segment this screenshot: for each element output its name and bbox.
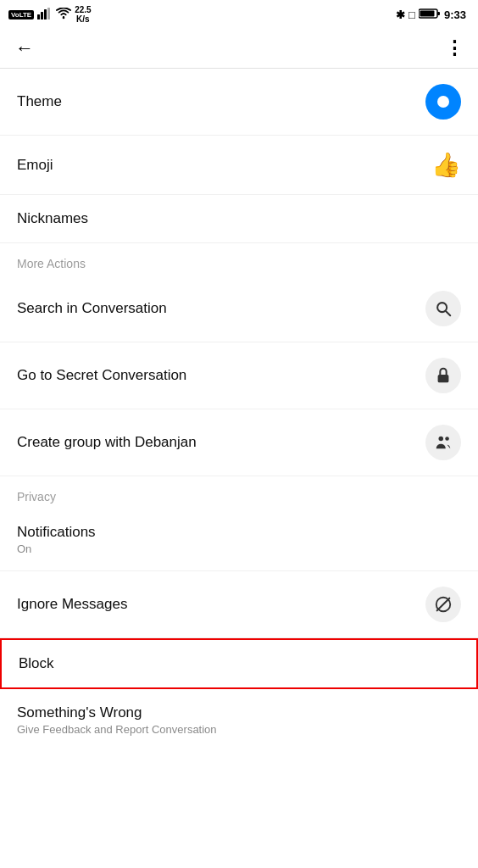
notifications-sub: On: [17, 542, 96, 555]
ignore-icon: [425, 587, 461, 622]
phone-icon: □: [409, 8, 415, 21]
volte-badge: VoLTE: [8, 10, 34, 19]
time-display: 9:33: [444, 8, 466, 21]
signal-icon: [37, 8, 53, 21]
emoji-item[interactable]: Emoji 👍: [0, 136, 478, 195]
speed-text: 22.5K/s: [75, 5, 91, 24]
more-actions-header: More Actions: [0, 243, 478, 275]
ignore-item[interactable]: Ignore Messages: [0, 571, 478, 638]
battery-icon: [419, 8, 441, 22]
status-right: ✱ □ 9:33: [396, 8, 466, 22]
notifications-label: Notifications: [17, 524, 96, 541]
svg-rect-3: [47, 8, 50, 19]
svg-point-12: [445, 437, 449, 441]
privacy-header: Privacy: [0, 476, 478, 509]
svg-rect-7: [420, 10, 434, 16]
svg-rect-10: [438, 375, 449, 382]
status-bar: VoLTE 22.5K/s ✱ □: [0, 0, 478, 29]
create-group-label: Create group with Debanjan: [17, 434, 197, 451]
report-label: Something's Wrong: [17, 704, 217, 721]
menu-section: Theme Emoji 👍 Nicknames More Actions Sea…: [0, 69, 478, 751]
nicknames-label: Nicknames: [17, 210, 88, 227]
notifications-item[interactable]: Notifications On: [0, 509, 478, 571]
theme-dot: [437, 96, 449, 108]
theme-label: Theme: [17, 93, 62, 110]
emoji-label: Emoji: [17, 157, 53, 174]
report-item[interactable]: Something's Wrong Give Feedback and Repo…: [0, 689, 478, 751]
ignore-label: Ignore Messages: [17, 596, 127, 613]
lock-icon: [425, 358, 461, 393]
svg-rect-0: [37, 14, 40, 19]
secret-label: Go to Secret Conversation: [17, 367, 186, 384]
theme-item[interactable]: Theme: [0, 69, 478, 136]
svg-line-9: [446, 311, 450, 315]
svg-rect-2: [44, 9, 47, 19]
theme-icon: [425, 84, 461, 120]
svg-point-4: [63, 17, 65, 19]
group-icon: [425, 425, 461, 460]
svg-line-14: [437, 598, 450, 611]
search-item[interactable]: Search in Conversation: [0, 275, 478, 342]
more-options-button[interactable]: ⋮: [445, 37, 463, 59]
block-item[interactable]: Block: [0, 638, 478, 689]
status-left: VoLTE 22.5K/s: [8, 5, 92, 24]
emoji-thumbs-icon: 👍: [431, 151, 461, 179]
block-label: Block: [19, 655, 54, 672]
wifi-icon: [56, 8, 71, 21]
secret-item[interactable]: Go to Secret Conversation: [0, 342, 478, 409]
svg-rect-6: [437, 12, 440, 15]
nav-bar: ← ⋮: [0, 29, 478, 69]
svg-point-8: [437, 303, 447, 312]
svg-point-11: [439, 437, 444, 442]
report-sub: Give Feedback and Report Conversation: [17, 723, 217, 736]
bluetooth-icon: ✱: [396, 8, 405, 21]
create-group-item[interactable]: Create group with Debanjan: [0, 409, 478, 476]
search-label: Search in Conversation: [17, 300, 167, 317]
search-icon: [425, 291, 461, 326]
svg-rect-1: [41, 12, 43, 19]
nicknames-item[interactable]: Nicknames: [0, 195, 478, 243]
back-button[interactable]: ←: [15, 37, 34, 59]
